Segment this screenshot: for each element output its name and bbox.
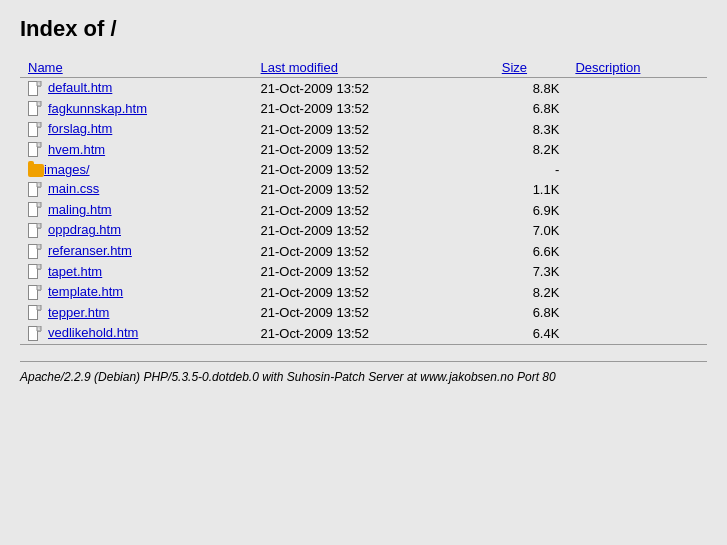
sort-name-link[interactable]: Name	[28, 60, 63, 75]
table-row: default.htm21-Oct-2009 13:528.8K	[20, 78, 707, 99]
table-row: images/21-Oct-2009 13:52-	[20, 160, 707, 179]
svg-rect-9	[29, 285, 38, 299]
table-row: referanser.htm21-Oct-2009 13:526.6K	[20, 241, 707, 262]
file-size: 6.8K	[494, 303, 568, 324]
file-description	[567, 99, 707, 120]
sort-desc-link[interactable]: Description	[575, 60, 640, 75]
file-icon	[28, 101, 48, 116]
file-size: 6.8K	[494, 99, 568, 120]
file-icon	[28, 284, 48, 299]
file-icon	[28, 80, 48, 95]
file-description	[567, 200, 707, 221]
file-modified: 21-Oct-2009 13:52	[253, 119, 494, 140]
sort-size-link[interactable]: Size	[502, 60, 527, 75]
folder-icon	[28, 162, 44, 177]
table-row: tepper.htm21-Oct-2009 13:526.8K	[20, 303, 707, 324]
file-description	[567, 160, 707, 179]
svg-rect-8	[29, 265, 38, 279]
file-modified: 21-Oct-2009 13:52	[253, 282, 494, 303]
file-link[interactable]: fagkunnskap.htm	[48, 101, 147, 116]
svg-rect-11	[29, 326, 38, 340]
svg-rect-10	[29, 306, 38, 320]
file-modified: 21-Oct-2009 13:52	[253, 140, 494, 161]
svg-rect-5	[29, 203, 38, 217]
file-description	[567, 303, 707, 324]
file-description	[567, 179, 707, 200]
file-link[interactable]: forslag.htm	[48, 121, 112, 136]
file-link[interactable]: oppdrag.htm	[48, 222, 121, 237]
table-row: vedlikehold.htm21-Oct-2009 13:526.4K	[20, 323, 707, 344]
file-listing-table: Name Last modified Size Description defa…	[20, 58, 707, 349]
file-size: 7.0K	[494, 220, 568, 241]
col-header-name[interactable]: Name	[20, 58, 253, 78]
file-icon	[28, 181, 48, 196]
file-modified: 21-Oct-2009 13:52	[253, 262, 494, 283]
file-icon	[28, 142, 48, 157]
file-link[interactable]: tapet.htm	[48, 264, 102, 279]
table-row: tapet.htm21-Oct-2009 13:527.3K	[20, 262, 707, 283]
file-modified: 21-Oct-2009 13:52	[253, 99, 494, 120]
file-modified: 21-Oct-2009 13:52	[253, 220, 494, 241]
svg-rect-0	[29, 81, 38, 95]
file-link[interactable]: referanser.htm	[48, 243, 132, 258]
file-icon	[28, 305, 48, 320]
svg-rect-4	[29, 182, 38, 196]
sort-modified-link[interactable]: Last modified	[261, 60, 338, 75]
page-title: Index of /	[20, 16, 707, 42]
svg-rect-2	[29, 122, 38, 136]
file-size: 8.3K	[494, 119, 568, 140]
file-icon	[28, 243, 48, 258]
table-row: hvem.htm21-Oct-2009 13:528.2K	[20, 140, 707, 161]
file-modified: 21-Oct-2009 13:52	[253, 179, 494, 200]
file-modified: 21-Oct-2009 13:52	[253, 323, 494, 344]
file-modified: 21-Oct-2009 13:52	[253, 241, 494, 262]
file-modified: 21-Oct-2009 13:52	[253, 78, 494, 99]
file-size: 8.2K	[494, 282, 568, 303]
file-description	[567, 241, 707, 262]
file-icon	[28, 264, 48, 279]
file-description	[567, 323, 707, 344]
col-header-description[interactable]: Description	[567, 58, 707, 78]
svg-rect-7	[29, 244, 38, 258]
svg-rect-1	[29, 102, 38, 116]
file-link[interactable]: images/	[44, 162, 90, 177]
file-link[interactable]: template.htm	[48, 284, 123, 299]
table-row: main.css21-Oct-2009 13:521.1K	[20, 179, 707, 200]
file-size: 6.6K	[494, 241, 568, 262]
file-description	[567, 119, 707, 140]
file-size: 7.3K	[494, 262, 568, 283]
file-description	[567, 282, 707, 303]
file-size: 8.2K	[494, 140, 568, 161]
file-size: 6.9K	[494, 200, 568, 221]
file-size: -	[494, 160, 568, 179]
file-icon	[28, 121, 48, 136]
table-row: maling.htm21-Oct-2009 13:526.9K	[20, 200, 707, 221]
file-icon	[28, 222, 48, 237]
file-link[interactable]: hvem.htm	[48, 142, 105, 157]
table-row: forslag.htm21-Oct-2009 13:528.3K	[20, 119, 707, 140]
file-link[interactable]: tepper.htm	[48, 305, 109, 320]
col-header-size[interactable]: Size	[494, 58, 568, 78]
file-size: 6.4K	[494, 323, 568, 344]
file-description	[567, 262, 707, 283]
svg-rect-6	[29, 224, 38, 238]
file-modified: 21-Oct-2009 13:52	[253, 160, 494, 179]
table-row: template.htm21-Oct-2009 13:528.2K	[20, 282, 707, 303]
file-icon	[28, 202, 48, 217]
file-link[interactable]: main.css	[48, 181, 99, 196]
table-row: oppdrag.htm21-Oct-2009 13:527.0K	[20, 220, 707, 241]
table-row: fagkunnskap.htm21-Oct-2009 13:526.8K	[20, 99, 707, 120]
file-modified: 21-Oct-2009 13:52	[253, 303, 494, 324]
col-header-modified[interactable]: Last modified	[253, 58, 494, 78]
file-link[interactable]: vedlikehold.htm	[48, 325, 138, 340]
svg-rect-3	[29, 143, 38, 157]
file-link[interactable]: maling.htm	[48, 202, 112, 217]
file-modified: 21-Oct-2009 13:52	[253, 200, 494, 221]
file-icon	[28, 325, 48, 340]
file-description	[567, 78, 707, 99]
file-description	[567, 140, 707, 161]
file-description	[567, 220, 707, 241]
file-size: 8.8K	[494, 78, 568, 99]
server-footer: Apache/2.2.9 (Debian) PHP/5.3.5-0.dotdeb…	[20, 361, 707, 384]
file-link[interactable]: default.htm	[48, 80, 112, 95]
